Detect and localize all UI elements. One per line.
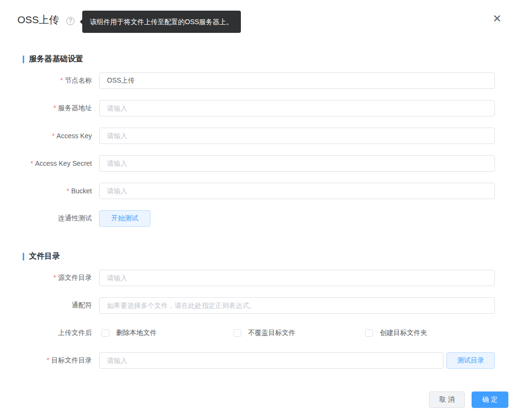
field-row-connectivity-test: 连通性测试 开始测试 [0, 210, 495, 227]
field-label: 连通性测试 [0, 214, 99, 223]
field-label-text: 源文件目录 [58, 274, 92, 281]
section-server-settings: 服务器基础设置 [23, 54, 519, 64]
required-mark: * [54, 104, 56, 112]
node-name-input[interactable] [99, 72, 495, 89]
delete-local-files-option: 删除本地文件 [99, 329, 231, 337]
field-label-text: 通配符 [72, 301, 92, 309]
start-test-button[interactable]: 开始测试 [99, 210, 150, 227]
page-title: OSS上传 [17, 13, 59, 27]
no-overwrite-target-option: 不覆盖目标文件 [231, 329, 363, 337]
after-upload-options: 删除本地文件 不覆盖目标文件 创建目标文件夹 [99, 329, 495, 337]
field-row-target-dir: *目标文件目录 测试目录 [0, 352, 495, 369]
required-mark: * [47, 356, 49, 364]
required-mark: * [67, 187, 69, 195]
server-address-input[interactable] [99, 100, 495, 116]
checkbox-label: 创建目标文件夹 [380, 329, 427, 337]
field-label-text: 节点名称 [65, 76, 92, 84]
field-row-source-dir: *源文件目录 [0, 270, 495, 286]
required-mark: * [52, 132, 54, 140]
field-row-wildcard: 通配符 [0, 297, 495, 314]
section-title: 服务器基础设置 [29, 54, 83, 64]
access-key-secret-input[interactable] [99, 155, 495, 172]
section-file-directory: 文件目录 [23, 251, 519, 261]
help-icon[interactable]: ? [66, 17, 74, 25]
required-mark: * [30, 159, 33, 167]
field-label: *Bucket [0, 187, 99, 195]
field-row-access-key-secret: *Access Key Secret [0, 155, 495, 172]
confirm-button[interactable]: 确 定 [472, 391, 508, 408]
close-icon[interactable]: ✕ [493, 14, 502, 24]
section-title: 文件目录 [29, 251, 60, 261]
field-label-text: Access Key Secret [35, 159, 92, 167]
wildcard-input[interactable] [99, 297, 495, 314]
field-label: *Access Key Secret [0, 159, 99, 167]
checkbox-label: 不覆盖目标文件 [248, 329, 296, 337]
test-dir-button[interactable]: 测试目录 [446, 352, 495, 369]
field-label: *源文件目录 [0, 274, 99, 282]
field-label-text: 连通性测试 [58, 214, 92, 222]
field-label-text: 上传文件后 [58, 329, 92, 336]
field-label: 上传文件后 [0, 329, 99, 337]
delete-local-files-checkbox[interactable] [102, 329, 109, 337]
required-mark: * [60, 76, 63, 84]
create-target-folder-checkbox[interactable] [365, 329, 373, 337]
dialog-header: OSS上传 ? 该组件用于将文件上传至配置的OSS服务器上。 ✕ [0, 0, 519, 54]
field-label: *节点名称 [0, 76, 99, 85]
section-accent-bar [23, 253, 24, 261]
source-dir-input[interactable] [99, 270, 495, 286]
create-target-folder-option: 创建目标文件夹 [363, 329, 495, 337]
checkbox-label: 删除本地文件 [116, 329, 157, 337]
help-tooltip: 该组件用于将文件上传至配置的OSS服务器上。 [82, 11, 241, 33]
target-dir-input[interactable] [99, 352, 444, 369]
field-row-access-key: *Access Key [0, 128, 495, 144]
field-label-text: 目标文件目录 [51, 356, 92, 364]
dialog-footer: 取 消 确 定 [429, 391, 508, 408]
field-label: *目标文件目录 [0, 356, 99, 365]
no-overwrite-target-checkbox[interactable] [234, 329, 241, 337]
required-mark: * [54, 274, 56, 281]
field-label-text: Bucket [71, 187, 92, 195]
access-key-input[interactable] [99, 128, 495, 144]
field-label: *Access Key [0, 132, 99, 140]
field-row-node-name: *节点名称 [0, 72, 495, 89]
field-row-bucket: *Bucket [0, 183, 495, 199]
field-label-text: 服务器地址 [58, 104, 92, 112]
field-row-after-upload: 上传文件后 删除本地文件 不覆盖目标文件 创建目标文件夹 [0, 325, 495, 341]
cancel-button[interactable]: 取 消 [429, 391, 465, 408]
section-accent-bar [23, 56, 24, 63]
field-label: 通配符 [0, 301, 99, 310]
field-label: *服务器地址 [0, 104, 99, 113]
field-row-server-address: *服务器地址 [0, 100, 495, 116]
bucket-input[interactable] [99, 183, 495, 199]
field-label-text: Access Key [57, 132, 92, 140]
